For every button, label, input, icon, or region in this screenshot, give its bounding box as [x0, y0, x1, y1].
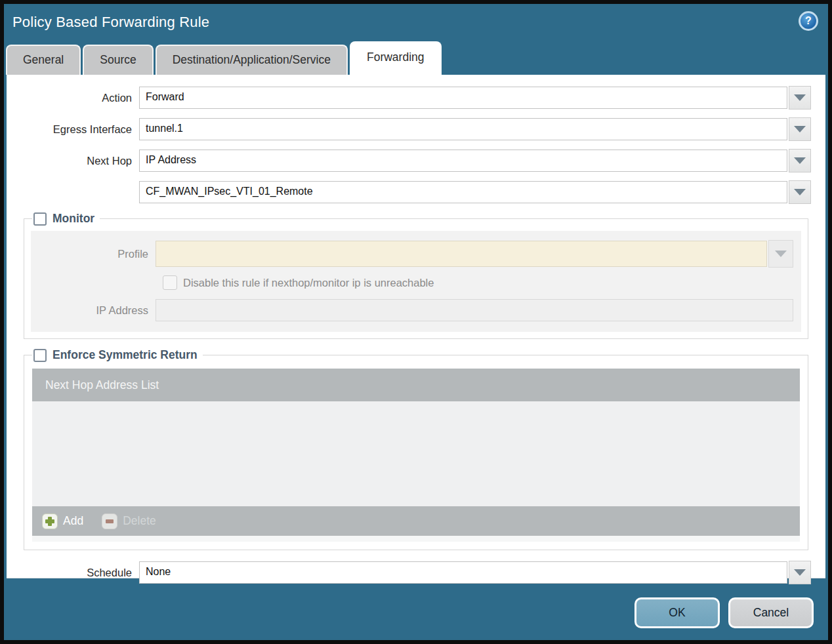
schedule-dropdown-button[interactable] [789, 561, 811, 584]
monitor-ip-address-row: IP Address [31, 299, 793, 321]
tab-bar: General Source Destination/Application/S… [4, 41, 828, 75]
dialog-titlebar: Policy Based Forwarding Rule ? [4, 4, 828, 41]
action-value[interactable]: Forward [139, 87, 787, 109]
egress-interface-row: Egress Interface tunnel.1 [7, 117, 811, 141]
action-row: Action Forward [7, 86, 811, 110]
dialog-title: Policy Based Forwarding Rule [12, 14, 209, 31]
cancel-button[interactable]: Cancel [728, 597, 814, 628]
add-button-label: Add [63, 514, 83, 528]
enforce-symmetric-return-legend: Enforce Symmetric Return [32, 348, 203, 362]
tab-destination-application-service-label: Destination/Application/Service [173, 53, 331, 67]
next-hop-address-dropdown-button[interactable] [789, 180, 811, 204]
action-label: Action [7, 92, 139, 104]
tab-general-label: General [23, 53, 64, 67]
next-hop-address-list-table: Next Hop Address List Add Delete [32, 369, 800, 542]
profile-value [156, 241, 767, 267]
next-hop-type-dropdown-button[interactable] [789, 149, 811, 172]
action-select: Forward [139, 86, 811, 110]
profile-label: Profile [31, 248, 156, 260]
monitor-legend-label: Monitor [52, 212, 94, 226]
next-hop-address-list-body [32, 401, 800, 506]
egress-interface-value[interactable]: tunnel.1 [139, 118, 787, 140]
monitor-content: Profile Disable this rule if nexthop/mon… [31, 231, 801, 332]
table-bottom-strip [32, 536, 800, 542]
profile-row: Profile [31, 240, 793, 268]
ok-button[interactable]: OK [634, 597, 720, 628]
monitor-checkbox[interactable] [33, 212, 47, 226]
egress-interface-dropdown-button[interactable] [789, 117, 811, 141]
schedule-value[interactable]: None [139, 561, 787, 584]
tab-general[interactable]: General [6, 45, 81, 75]
next-hop-row: Next Hop IP Address [7, 149, 811, 172]
schedule-select: None [139, 561, 811, 584]
delete-button: Delete [102, 513, 156, 529]
chevron-down-icon [794, 94, 806, 101]
action-dropdown-button[interactable] [789, 86, 811, 110]
monitor-ip-address-input [156, 299, 793, 321]
schedule-row: Schedule None [7, 561, 811, 584]
delete-button-label: Delete [123, 514, 156, 528]
dialog-footer: OK Cancel [634, 597, 814, 628]
plus-icon [42, 513, 58, 529]
chevron-down-icon [794, 157, 806, 164]
next-hop-address-row: CF_MWAN_IPsec_VTI_01_Remote [7, 180, 811, 204]
enforce-symmetric-return-legend-label: Enforce Symmetric Return [52, 348, 198, 362]
next-hop-address-select: CF_MWAN_IPsec_VTI_01_Remote [139, 180, 811, 204]
next-hop-type-value[interactable]: IP Address [139, 150, 787, 172]
monitor-ip-address-label: IP Address [31, 304, 156, 317]
next-hop-address-list-header: Next Hop Address List [32, 369, 800, 401]
monitor-fieldset: Monitor Profile Disable this rule if nex… [24, 212, 808, 339]
minus-icon [102, 513, 117, 529]
disable-rule-label: Disable this rule if nexthop/monitor ip … [183, 277, 434, 289]
next-hop-address-value[interactable]: CF_MWAN_IPsec_VTI_01_Remote [139, 181, 787, 203]
egress-interface-select: tunnel.1 [139, 117, 811, 141]
next-hop-label: Next Hop [7, 155, 139, 167]
next-hop-address-list-header-label: Next Hop Address List [45, 378, 159, 392]
schedule-label: Schedule [7, 567, 139, 579]
policy-based-forwarding-dialog: Policy Based Forwarding Rule ? General S… [0, 0, 832, 644]
help-icon[interactable]: ? [799, 11, 818, 31]
profile-dropdown-button [768, 240, 793, 268]
chevron-down-icon [775, 251, 787, 257]
next-hop-address-list-toolbar: Add Delete [32, 506, 800, 536]
tab-forwarding[interactable]: Forwarding [350, 41, 442, 75]
monitor-legend: Monitor [32, 212, 100, 226]
chevron-down-icon [794, 569, 806, 576]
tab-forwarding-label: Forwarding [367, 50, 425, 64]
disable-rule-row: Disable this rule if nexthop/monitor ip … [163, 275, 801, 290]
tab-source-label: Source [100, 53, 136, 67]
next-hop-type-select: IP Address [139, 149, 811, 172]
tab-source[interactable]: Source [83, 45, 153, 75]
add-button[interactable]: Add [42, 513, 83, 529]
help-icon-glyph: ? [805, 15, 812, 27]
enforce-symmetric-return-fieldset: Enforce Symmetric Return Next Hop Addres… [24, 348, 808, 550]
chevron-down-icon [794, 126, 806, 132]
disable-rule-checkbox [163, 275, 177, 290]
enforce-symmetric-return-checkbox[interactable] [33, 349, 47, 362]
egress-interface-label: Egress Interface [7, 123, 139, 136]
tab-destination-application-service[interactable]: Destination/Application/Service [156, 45, 348, 75]
chevron-down-icon [794, 189, 806, 195]
forwarding-tab-panel: Action Forward Egress Interface tunnel.1… [7, 75, 825, 578]
